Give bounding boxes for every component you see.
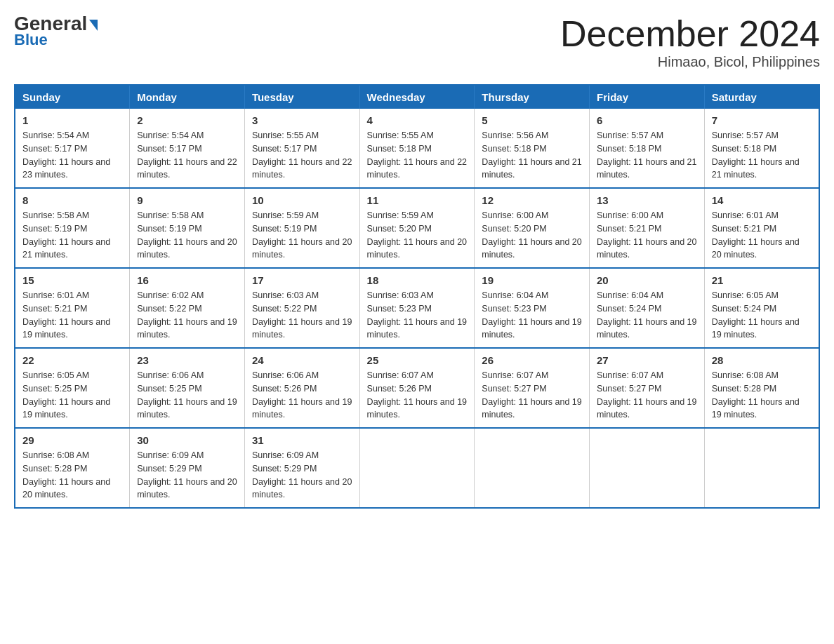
calendar-day-header: Saturday: [704, 85, 819, 109]
calendar-day-cell: 26Sunrise: 6:07 AMSunset: 5:27 PMDayligh…: [475, 348, 590, 428]
calendar-day-cell: 27Sunrise: 6:07 AMSunset: 5:27 PMDayligh…: [590, 348, 705, 428]
day-info: Sunrise: 6:00 AMSunset: 5:20 PMDaylight:…: [482, 209, 582, 262]
day-info: Sunrise: 5:57 AMSunset: 5:18 PMDaylight:…: [712, 129, 812, 182]
logo: General Blue: [14, 14, 98, 49]
calendar-day-header: Tuesday: [244, 85, 359, 109]
day-info: Sunrise: 6:09 AMSunset: 5:29 PMDaylight:…: [252, 449, 352, 502]
location-subtitle: Himaao, Bicol, Philippines: [560, 54, 820, 70]
calendar-day-cell: 1Sunrise: 5:54 AMSunset: 5:17 PMDaylight…: [15, 109, 130, 188]
calendar-day-cell: 29Sunrise: 6:08 AMSunset: 5:28 PMDayligh…: [15, 428, 130, 508]
day-info: Sunrise: 6:05 AMSunset: 5:24 PMDaylight:…: [712, 289, 812, 342]
day-info: Sunrise: 6:03 AMSunset: 5:23 PMDaylight:…: [367, 289, 468, 342]
day-number: 30: [137, 434, 237, 446]
day-info: Sunrise: 6:05 AMSunset: 5:25 PMDaylight:…: [22, 369, 122, 422]
calendar-week-row: 8Sunrise: 5:58 AMSunset: 5:19 PMDaylight…: [15, 188, 819, 268]
calendar-day-cell: 2Sunrise: 5:54 AMSunset: 5:17 PMDaylight…: [130, 109, 245, 188]
calendar-day-cell: 21Sunrise: 6:05 AMSunset: 5:24 PMDayligh…: [704, 268, 819, 348]
day-info: Sunrise: 5:54 AMSunset: 5:17 PMDaylight:…: [137, 129, 237, 182]
day-number: 9: [137, 194, 237, 206]
day-number: 5: [482, 114, 582, 126]
day-info: Sunrise: 6:06 AMSunset: 5:26 PMDaylight:…: [252, 369, 352, 422]
day-number: 22: [22, 354, 122, 366]
calendar-day-cell: 18Sunrise: 6:03 AMSunset: 5:23 PMDayligh…: [359, 268, 475, 348]
calendar-day-cell: 31Sunrise: 6:09 AMSunset: 5:29 PMDayligh…: [244, 428, 359, 508]
calendar-day-cell: 23Sunrise: 6:06 AMSunset: 5:25 PMDayligh…: [130, 348, 245, 428]
logo-sub-text: Blue: [14, 31, 48, 49]
calendar-day-cell: 12Sunrise: 6:00 AMSunset: 5:20 PMDayligh…: [475, 188, 590, 268]
day-info: Sunrise: 5:58 AMSunset: 5:19 PMDaylight:…: [22, 209, 122, 262]
day-number: 13: [597, 194, 697, 206]
page-header: General Blue December 2024 Himaao, Bicol…: [14, 14, 820, 70]
calendar-day-header: Thursday: [475, 85, 590, 109]
day-number: 7: [712, 114, 812, 126]
calendar-day-cell: 15Sunrise: 6:01 AMSunset: 5:21 PMDayligh…: [15, 268, 130, 348]
calendar-header-row: SundayMondayTuesdayWednesdayThursdayFrid…: [15, 85, 819, 109]
day-info: Sunrise: 6:01 AMSunset: 5:21 PMDaylight:…: [712, 209, 812, 262]
day-number: 17: [252, 274, 352, 286]
day-info: Sunrise: 6:03 AMSunset: 5:22 PMDaylight:…: [252, 289, 352, 342]
day-info: Sunrise: 6:09 AMSunset: 5:29 PMDaylight:…: [137, 449, 237, 502]
day-info: Sunrise: 6:00 AMSunset: 5:21 PMDaylight:…: [597, 209, 697, 262]
day-info: Sunrise: 6:06 AMSunset: 5:25 PMDaylight:…: [137, 369, 237, 422]
day-number: 21: [712, 274, 812, 286]
calendar-day-cell: 7Sunrise: 5:57 AMSunset: 5:18 PMDaylight…: [704, 109, 819, 188]
day-number: 19: [482, 274, 582, 286]
day-info: Sunrise: 6:01 AMSunset: 5:21 PMDaylight:…: [22, 289, 122, 342]
calendar-day-cell: 28Sunrise: 6:08 AMSunset: 5:28 PMDayligh…: [704, 348, 819, 428]
day-info: Sunrise: 5:54 AMSunset: 5:17 PMDaylight:…: [22, 129, 122, 182]
calendar-day-cell: 9Sunrise: 5:58 AMSunset: 5:19 PMDaylight…: [130, 188, 245, 268]
day-number: 8: [22, 194, 122, 206]
day-info: Sunrise: 5:59 AMSunset: 5:19 PMDaylight:…: [252, 209, 352, 262]
calendar-week-row: 15Sunrise: 6:01 AMSunset: 5:21 PMDayligh…: [15, 268, 819, 348]
day-info: Sunrise: 6:07 AMSunset: 5:27 PMDaylight:…: [597, 369, 697, 422]
day-info: Sunrise: 5:56 AMSunset: 5:18 PMDaylight:…: [482, 129, 582, 182]
day-number: 6: [597, 114, 697, 126]
calendar-day-cell: 10Sunrise: 5:59 AMSunset: 5:19 PMDayligh…: [244, 188, 359, 268]
calendar-day-cell: 5Sunrise: 5:56 AMSunset: 5:18 PMDaylight…: [475, 109, 590, 188]
day-info: Sunrise: 6:04 AMSunset: 5:24 PMDaylight:…: [597, 289, 697, 342]
calendar-day-cell: 11Sunrise: 5:59 AMSunset: 5:20 PMDayligh…: [359, 188, 475, 268]
day-number: 29: [22, 434, 122, 446]
calendar-week-row: 22Sunrise: 6:05 AMSunset: 5:25 PMDayligh…: [15, 348, 819, 428]
day-info: Sunrise: 5:59 AMSunset: 5:20 PMDaylight:…: [367, 209, 468, 262]
day-number: 12: [482, 194, 582, 206]
calendar-day-cell: 19Sunrise: 6:04 AMSunset: 5:23 PMDayligh…: [475, 268, 590, 348]
calendar-table: SundayMondayTuesdayWednesdayThursdayFrid…: [14, 84, 820, 509]
calendar-day-cell: 30Sunrise: 6:09 AMSunset: 5:29 PMDayligh…: [130, 428, 245, 508]
day-number: 27: [597, 354, 697, 366]
day-number: 2: [137, 114, 237, 126]
day-number: 28: [712, 354, 812, 366]
calendar-day-cell: 24Sunrise: 6:06 AMSunset: 5:26 PMDayligh…: [244, 348, 359, 428]
calendar-day-cell: [359, 428, 475, 508]
calendar-day-cell: 13Sunrise: 6:00 AMSunset: 5:21 PMDayligh…: [590, 188, 705, 268]
day-number: 14: [712, 194, 812, 206]
calendar-day-cell: 20Sunrise: 6:04 AMSunset: 5:24 PMDayligh…: [590, 268, 705, 348]
day-number: 25: [367, 354, 468, 366]
calendar-day-cell: 17Sunrise: 6:03 AMSunset: 5:22 PMDayligh…: [244, 268, 359, 348]
day-info: Sunrise: 6:07 AMSunset: 5:26 PMDaylight:…: [367, 369, 468, 422]
day-info: Sunrise: 5:55 AMSunset: 5:17 PMDaylight:…: [252, 129, 352, 182]
day-number: 18: [367, 274, 468, 286]
calendar-week-row: 29Sunrise: 6:08 AMSunset: 5:28 PMDayligh…: [15, 428, 819, 508]
day-number: 16: [137, 274, 237, 286]
calendar-day-cell: 4Sunrise: 5:55 AMSunset: 5:18 PMDaylight…: [359, 109, 475, 188]
calendar-day-header: Wednesday: [359, 85, 475, 109]
day-info: Sunrise: 6:08 AMSunset: 5:28 PMDaylight:…: [22, 449, 122, 502]
calendar-day-cell: 8Sunrise: 5:58 AMSunset: 5:19 PMDaylight…: [15, 188, 130, 268]
calendar-week-row: 1Sunrise: 5:54 AMSunset: 5:17 PMDaylight…: [15, 109, 819, 188]
day-number: 23: [137, 354, 237, 366]
calendar-day-cell: 3Sunrise: 5:55 AMSunset: 5:17 PMDaylight…: [244, 109, 359, 188]
calendar-day-cell: [590, 428, 705, 508]
calendar-day-cell: [475, 428, 590, 508]
day-number: 20: [597, 274, 697, 286]
day-info: Sunrise: 6:04 AMSunset: 5:23 PMDaylight:…: [482, 289, 582, 342]
calendar-day-cell: 14Sunrise: 6:01 AMSunset: 5:21 PMDayligh…: [704, 188, 819, 268]
day-info: Sunrise: 6:08 AMSunset: 5:28 PMDaylight:…: [712, 369, 812, 422]
day-number: 1: [22, 114, 122, 126]
day-number: 11: [367, 194, 468, 206]
calendar-day-cell: 6Sunrise: 5:57 AMSunset: 5:18 PMDaylight…: [590, 109, 705, 188]
calendar-day-header: Friday: [590, 85, 705, 109]
day-info: Sunrise: 6:02 AMSunset: 5:22 PMDaylight:…: [137, 289, 237, 342]
calendar-day-header: Monday: [130, 85, 245, 109]
day-number: 26: [482, 354, 582, 366]
